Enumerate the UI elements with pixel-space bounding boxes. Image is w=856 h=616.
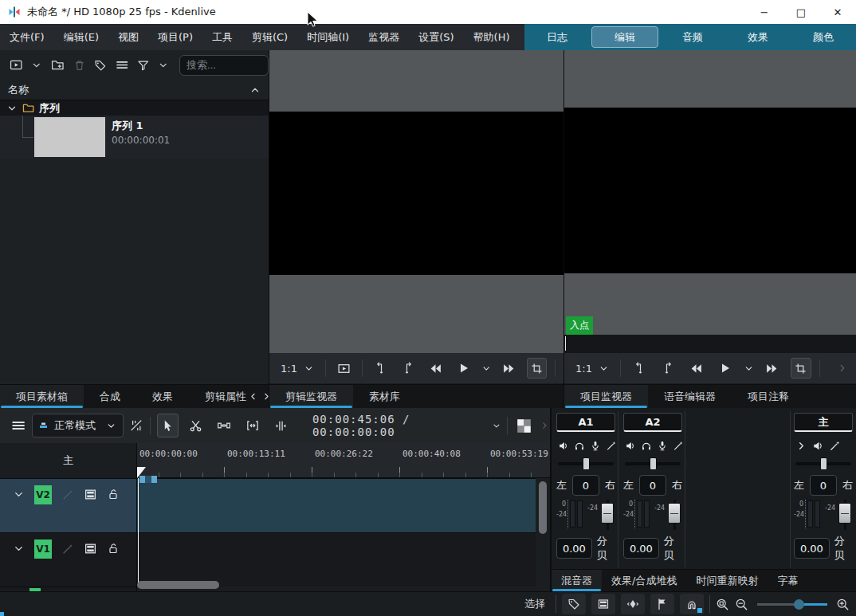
channel-name-button[interactable]: A1 [556, 413, 615, 432]
razor-tool-button[interactable] [185, 414, 206, 437]
playhead-handle[interactable] [137, 467, 146, 478]
track-lock-icon[interactable] [107, 488, 120, 500]
menu-tools[interactable]: 工具 [202, 24, 242, 50]
tab-project-bin[interactable]: 项目素材箱 [0, 385, 84, 408]
filter-chevron-icon[interactable] [158, 60, 169, 71]
view-menu-icon[interactable] [116, 58, 128, 72]
zoom-in-icon[interactable] [836, 598, 850, 611]
track-header-v2[interactable]: V2 [0, 478, 136, 532]
clip-thumbnail[interactable] [34, 117, 105, 157]
menu-file[interactable]: 文件(F) [0, 24, 54, 50]
project-monitor-seekbar[interactable] [564, 335, 856, 353]
set-in-point-button[interactable] [371, 358, 391, 379]
tab-subtitles[interactable]: 字幕 [768, 570, 807, 591]
collapse-icon[interactable] [249, 84, 261, 96]
track-v2-lane[interactable] [137, 478, 536, 532]
zoom-fit-icon[interactable] [716, 598, 729, 611]
menu-edit[interactable]: 编辑(E) [54, 24, 108, 50]
tab-project-notes[interactable]: 项目注释 [732, 385, 805, 408]
ripple-tool-button[interactable] [241, 414, 263, 437]
track-collapse-icon[interactable] [13, 488, 25, 500]
add-clip-chevron-icon[interactable] [31, 60, 42, 71]
mix-clips-icon[interactable] [130, 418, 143, 433]
bin-search-input[interactable] [179, 55, 269, 76]
track-v1-lane[interactable] [137, 532, 536, 587]
menu-help[interactable]: 帮助(H) [464, 24, 520, 50]
zone-mode-button[interactable] [527, 358, 547, 379]
channel-name-button[interactable]: 主 [794, 413, 853, 432]
project-monitor-video-area[interactable]: 入点 [564, 50, 856, 353]
track-collapse-icon[interactable] [13, 543, 25, 555]
volume-fader[interactable] [667, 500, 681, 530]
more-chevron-icon[interactable] [837, 363, 848, 374]
filter-icon[interactable] [137, 59, 150, 72]
timeline-horizontal-scrollbar[interactable] [137, 581, 219, 589]
expand-chevron-icon[interactable] [6, 103, 18, 114]
tab-scroll-left-icon[interactable] [248, 391, 258, 402]
tab-project-monitor[interactable]: 项目监视器 [564, 385, 648, 408]
fast-forward-button[interactable] [762, 358, 783, 379]
balance-slider[interactable] [795, 457, 851, 470]
effects-wand-icon[interactable] [829, 440, 841, 452]
flag-button[interactable] [650, 594, 674, 614]
workspace-tab-color[interactable]: 颜色 [791, 24, 856, 50]
timeline-menu-icon[interactable] [11, 418, 26, 434]
track-badge[interactable]: V1 [34, 539, 52, 559]
workspace-tab-logging[interactable]: 日志 [524, 24, 590, 50]
monitor-playhead[interactable] [565, 336, 566, 351]
more-chevron-icon[interactable] [540, 420, 550, 431]
timeline-zoom-slider[interactable] [757, 598, 827, 610]
gain-value[interactable]: 0.00 [794, 538, 830, 559]
play-button[interactable] [715, 358, 736, 379]
play-options-chevron-icon[interactable] [481, 363, 491, 374]
tab-time-remap[interactable]: 时间重新映射 [686, 570, 768, 591]
zoom-slider-handle[interactable] [794, 599, 804, 610]
track-lock-icon[interactable] [107, 542, 120, 555]
volume-fader[interactable] [838, 500, 852, 530]
add-clip-icon[interactable] [10, 58, 22, 72]
play-options-chevron-icon[interactable] [744, 363, 754, 374]
solo-headphones-icon[interactable] [641, 440, 652, 452]
bin-folder-row[interactable]: 序列 [0, 100, 269, 116]
effects-wand-icon[interactable] [673, 440, 684, 452]
minimize-button[interactable]: − [746, 0, 783, 24]
tab-clip-monitor[interactable]: 剪辑监视器 [269, 385, 353, 408]
slip-tool-button[interactable] [270, 414, 292, 437]
show-markers-button[interactable] [562, 594, 586, 614]
menu-monitor[interactable]: 监视器 [359, 24, 409, 50]
workspace-tab-audio[interactable]: 音频 [660, 24, 725, 50]
track-hide-icon[interactable] [84, 542, 97, 555]
tab-media-browser[interactable]: 素材库 [353, 385, 416, 408]
timeline-master-label[interactable]: 主 [0, 443, 136, 478]
name-column-header[interactable]: 名称 [8, 83, 29, 97]
tab-clip-properties[interactable]: 剪辑属性 [189, 385, 248, 408]
effects-wand-icon[interactable] [606, 440, 617, 452]
monitor-overlay-button[interactable] [334, 358, 354, 379]
tab-mixer[interactable]: 混音器 [552, 570, 602, 591]
solo-headphones-icon[interactable] [574, 440, 585, 452]
rewind-button[interactable] [426, 358, 446, 379]
fast-forward-button[interactable] [499, 358, 519, 379]
set-out-point-button[interactable] [399, 358, 418, 379]
menu-project[interactable]: 项目(P) [148, 24, 202, 50]
fit-zoom-keyframes-button[interactable] [621, 594, 645, 614]
channel-name-button[interactable]: A2 [623, 413, 682, 432]
timeline-vertical-scrollbar[interactable] [539, 481, 547, 534]
pan-value[interactable]: 0 [639, 475, 666, 496]
timecode-display[interactable]: 00:00:45:06 / 00:00:00:00 [312, 413, 501, 438]
tab-effects[interactable]: 效果 [136, 385, 189, 408]
record-mic-icon[interactable] [657, 440, 668, 452]
gain-value[interactable]: 0.00 [623, 538, 659, 559]
mute-icon[interactable] [812, 440, 824, 452]
select-tool-button[interactable] [157, 414, 179, 437]
maximize-button[interactable]: □ [783, 0, 819, 24]
balance-slider[interactable] [625, 457, 681, 470]
pan-value[interactable]: 0 [810, 475, 837, 496]
rewind-button[interactable] [686, 358, 707, 379]
track-header-v1[interactable]: V1 [0, 532, 136, 587]
pan-value[interactable]: 0 [572, 475, 599, 496]
bin-item-row[interactable]: 序列 1 00:00:00:01 [0, 116, 269, 159]
create-folder-icon[interactable] [51, 58, 64, 72]
tag-icon[interactable] [94, 59, 107, 72]
workspace-tab-editing[interactable]: 编辑 [591, 26, 658, 48]
